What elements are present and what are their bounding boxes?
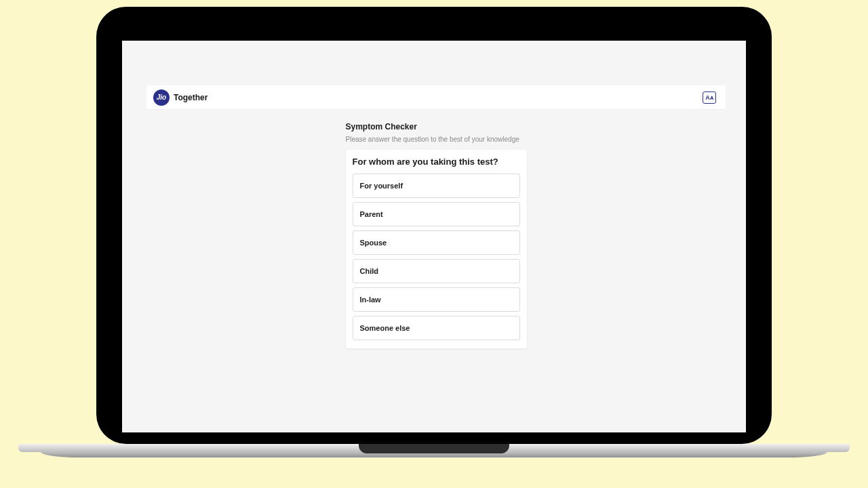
app-container: Jio Together Aᴀ Symptom Checker Please a… <box>146 85 726 418</box>
section-header: Symptom Checker Please answer the questi… <box>346 122 527 143</box>
option-label: Someone else <box>360 324 410 332</box>
option-child[interactable]: Child <box>353 259 520 283</box>
option-label: In-law <box>360 296 381 304</box>
option-label: Child <box>360 267 379 275</box>
app-body: Symptom Checker Please answer the questi… <box>146 110 726 418</box>
option-spouse[interactable]: Spouse <box>353 230 520 255</box>
section-subtitle: Please answer the question to the best o… <box>346 136 527 143</box>
brand: Jio Together <box>153 89 208 106</box>
question-text: For whom are you taking this test? <box>353 157 520 167</box>
option-someone-else[interactable]: Someone else <box>353 316 520 340</box>
section-title: Symptom Checker <box>346 122 527 131</box>
option-label: Parent <box>360 210 383 218</box>
app-header: Jio Together Aᴀ <box>146 85 726 110</box>
laptop-notch <box>359 444 509 453</box>
brand-name: Together <box>174 93 208 102</box>
brand-logo-icon: Jio <box>153 89 170 106</box>
option-label: Spouse <box>360 239 387 247</box>
language-button[interactable]: Aᴀ <box>703 92 716 104</box>
laptop-screen-inner: Jio Together Aᴀ Symptom Checker Please a… <box>122 41 746 432</box>
option-for-yourself[interactable]: For yourself <box>353 174 520 198</box>
laptop-mockup: Jio Together Aᴀ Symptom Checker Please a… <box>96 7 772 468</box>
option-in-law[interactable]: In-law <box>353 287 520 312</box>
laptop-screen-frame: Jio Together Aᴀ Symptom Checker Please a… <box>96 7 772 444</box>
laptop-base-top <box>18 444 850 452</box>
question-card: For whom are you taking this test? For y… <box>346 150 527 348</box>
option-label: For yourself <box>360 182 403 190</box>
option-parent[interactable]: Parent <box>353 202 520 226</box>
laptop-base <box>18 444 850 468</box>
